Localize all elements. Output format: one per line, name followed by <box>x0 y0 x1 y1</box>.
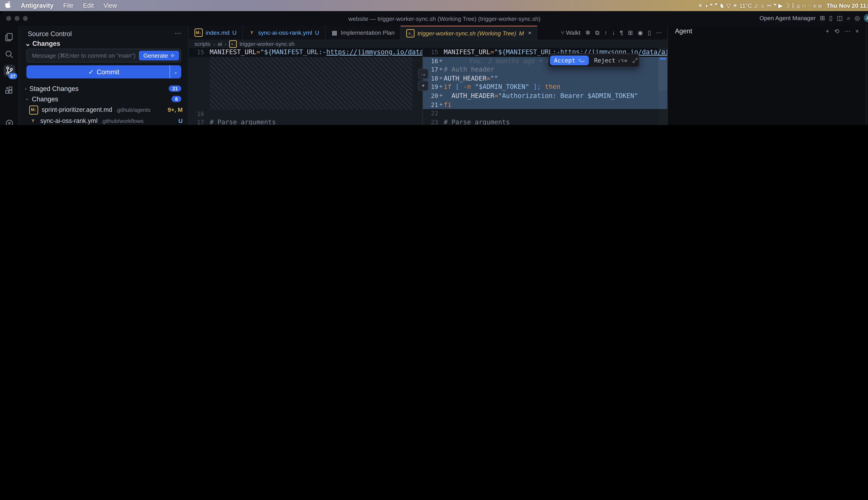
diff-original-pane[interactable]: 15MANIFEST_URL="${MANIFEST_URL:-https://… <box>189 48 423 125</box>
md-file-icon: M↓ <box>194 29 203 37</box>
shell-file-icon: >_ <box>229 40 237 48</box>
breadcrumb-separator: › <box>225 42 226 46</box>
avatar[interactable]: JS <box>864 14 868 22</box>
target-icon[interactable]: ◎ <box>855 14 860 22</box>
menu-status-icon[interactable]: ✳ <box>698 2 703 9</box>
commit-button[interactable]: ✓ Commit ⌄ <box>26 65 181 79</box>
accept-button[interactable]: Accept⌥↵ <box>550 56 589 65</box>
menu-status-icon[interactable]: ♫ <box>754 2 758 9</box>
menu-status-icon[interactable]: Ⓐ <box>797 2 800 9</box>
menu-item-file[interactable]: File <box>63 2 73 9</box>
editor-actions: ⑂ Walkt✻⧉↑↓¶⊞◉▯⋯ <box>555 26 667 39</box>
tab-dirty-badge: M <box>519 30 524 36</box>
menu-status-icon[interactable]: ▶ <box>778 2 783 9</box>
menu-status-icon[interactable]: ❝ <box>773 2 777 9</box>
check-icon: ✓ <box>88 68 94 76</box>
breadcrumb-segment[interactable]: ai <box>218 41 222 47</box>
menu-status-icon[interactable]: ◑ <box>705 2 708 9</box>
search-icon[interactable]: ⌕ <box>847 14 850 22</box>
menu-status-icon[interactable]: ▽ <box>726 2 731 9</box>
agent-panel-title: Agent <box>675 27 692 35</box>
editor-action-icon[interactable]: ¶ <box>620 29 623 36</box>
menu-app-name[interactable]: Antigravity <box>21 2 54 9</box>
changes-section-header[interactable]: ⌄ Changes <box>25 39 60 47</box>
changed-file-row[interactable]: M↓sprint-prioritizer.agent.md.github/age… <box>20 104 188 115</box>
editor-group: M↓index.mdUYsync-ai-oss-rank.ymlU▤Implem… <box>189 26 667 125</box>
menu-item-edit[interactable]: Edit <box>83 2 94 9</box>
open-agent-manager-button[interactable]: Open Agent Manager <box>760 14 815 22</box>
apple-menu-icon[interactable] <box>5 1 11 10</box>
doc-file-icon: ▤ <box>331 29 338 36</box>
editor-action-icon[interactable]: ⧉ <box>595 29 599 36</box>
breadcrumb-segment[interactable]: scripts <box>194 41 210 47</box>
changes-header-label: Changes <box>32 39 60 47</box>
history-icon[interactable]: ⟲ <box>834 27 840 34</box>
menu-status-icon[interactable]: ∩ <box>802 2 806 9</box>
code-line: 21+fi <box>423 100 667 109</box>
extensions-icon[interactable] <box>3 85 15 96</box>
menu-status-icon[interactable]: ◉ <box>813 2 816 9</box>
more-icon[interactable]: ⋯ <box>844 27 850 34</box>
menu-status-icon[interactable]: ❝ <box>710 2 713 9</box>
editor-action-icon[interactable]: ✻ <box>585 29 591 36</box>
accept-shortcut: ⌥↵ <box>578 57 584 64</box>
minimap-slider[interactable] <box>658 48 667 91</box>
changed-files-list: M↓sprint-prioritizer.agent.md.github/age… <box>20 104 188 125</box>
add-icon[interactable]: + <box>418 81 429 91</box>
agent-sessions-icon[interactable] <box>3 117 15 125</box>
editor-tab[interactable]: >_trigger-worker-sync.sh (Working Tree)M… <box>401 26 538 39</box>
menu-status-icon[interactable]: ♞ <box>719 2 724 9</box>
diff-add-marker <box>204 118 210 125</box>
panel-more-icon[interactable]: ⋯ <box>175 29 181 37</box>
reject-button[interactable]: Reject⇧⌥⌫ <box>592 57 629 64</box>
editor-tab[interactable]: ▤Implementation Plan <box>326 26 401 39</box>
line-number: 20 <box>423 92 438 100</box>
editor-action-icon[interactable]: ⊞ <box>628 29 633 36</box>
diff-add-marker <box>438 109 444 118</box>
editor-action-icon[interactable]: ⋯ <box>656 29 662 36</box>
new-chat-icon[interactable]: + <box>826 27 829 34</box>
menu-status-icon[interactable]: ❞ <box>715 2 718 9</box>
editor-tab[interactable]: M↓index.mdU <box>189 26 243 39</box>
menu-status-icon[interactable]: ✂ <box>767 2 772 9</box>
close-icon[interactable]: × <box>855 27 859 34</box>
panel-icon[interactable]: ▯ <box>829 14 833 22</box>
commit-label: Commit <box>96 68 119 76</box>
generate-commit-message-button[interactable]: Generate✧ <box>139 51 179 60</box>
changes-row[interactable]: ⌄ Changes 6 <box>20 94 188 103</box>
menu-item-view[interactable]: View <box>103 2 117 9</box>
layout-icon[interactable]: ⊞ <box>820 14 825 22</box>
activity-bar: 27 <box>0 26 20 125</box>
menu-status-icon[interactable]: ◠ <box>808 2 811 9</box>
diff-modified-pane[interactable]: Accept⌥↵ Reject⇧⌥⌫ ⤢ 15MANIFEST_URL <box>423 48 667 125</box>
menu-status-icon[interactable]: ☼ <box>760 2 765 9</box>
diff-deleted-region <box>210 57 412 109</box>
staged-changes-row[interactable]: › Staged Changes 21 <box>20 83 188 93</box>
commit-dropdown-button[interactable]: ⌄ <box>169 65 181 79</box>
close-icon[interactable]: × <box>528 30 532 36</box>
diff-add-marker <box>204 48 210 57</box>
sidebar-toggle-icon[interactable]: ◫ <box>837 14 843 22</box>
menu-status-icon[interactable]: ☀ 11°C <box>732 2 752 9</box>
search-icon[interactable] <box>3 49 15 60</box>
editor-action-icon[interactable]: ◉ <box>638 29 643 36</box>
menu-status-icon[interactable]: ▤ <box>818 2 822 9</box>
changed-file-row[interactable]: Ysync-ai-oss-rank.yml.github/workflowsU <box>20 115 188 125</box>
editor-action-icon[interactable]: ▯ <box>648 29 651 36</box>
explorer-icon[interactable] <box>3 31 15 43</box>
menu-clock[interactable]: Thu Nov 20 11:09:06 <box>826 2 868 9</box>
menu-status-icon[interactable]: ☽ <box>785 2 790 9</box>
minimap[interactable] <box>658 48 667 125</box>
changes-count-badge: 6 <box>172 95 181 102</box>
editor-action-icon[interactable]: ⑂ Walkt <box>561 29 581 36</box>
editor-action-icon[interactable]: ↑ <box>604 29 607 36</box>
editor-action-icon[interactable]: ↓ <box>612 29 615 36</box>
collapse-icon[interactable]: ⤢ <box>632 57 638 64</box>
menu-status-icon[interactable]: ᛒ <box>791 2 795 9</box>
breadcrumb-file[interactable]: trigger-worker-sync.sh <box>240 41 295 47</box>
file-status-badge: 9+, M <box>168 106 183 113</box>
breadcrumb[interactable]: scripts› ai› >_ trigger-worker-sync.sh <box>189 40 667 48</box>
editor-tab[interactable]: Ysync-ai-oss-rank.ymlU <box>243 26 326 39</box>
code-text: # Parse arguments <box>210 118 422 125</box>
apply-right-icon[interactable]: → <box>418 69 429 79</box>
